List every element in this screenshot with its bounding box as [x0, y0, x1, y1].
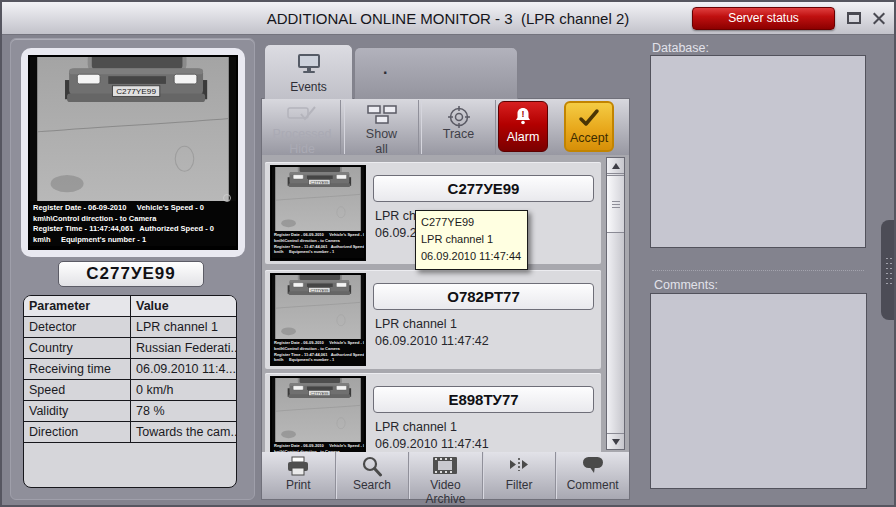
title-bar: ADDITIONAL ONLINE MONITOR - 3 (LPR chann… — [2, 2, 894, 35]
event-thumbnail[interactable]: Register Date - 06-09-2010 Vehicle's Spe… — [270, 376, 366, 452]
table-row: Detector LPR channel 1 — [24, 317, 236, 338]
event-plate: E898ТУ77 — [373, 386, 594, 413]
photo-corner-icon[interactable] — [223, 194, 231, 202]
trace-crosshair-icon — [422, 105, 495, 127]
thumbnail-overlay-text: Register Date - 06-09-2010 Vehicle's Spe… — [272, 339, 364, 366]
scroll-up-button[interactable] — [607, 158, 624, 174]
recognized-plate-display: C277УЕ99 — [58, 261, 204, 287]
event-channel: LPR channel 1 — [375, 420, 457, 434]
processed-hide-button[interactable]: Processed Hide — [264, 100, 341, 154]
server-status-button[interactable]: Server status — [692, 7, 835, 30]
scroll-down-button[interactable] — [607, 433, 624, 449]
arrow-up-icon — [612, 163, 620, 169]
event-datetime: 06.09.2010 11:47:41 — [375, 437, 489, 451]
processed-plate-icon — [264, 105, 340, 127]
header-parameter: Parameter — [24, 296, 131, 316]
thumbnail-overlay-text: Register Date - 06-09-2010 Vehicle's Spe… — [272, 231, 364, 258]
filter-icon — [483, 456, 556, 477]
scrollbar-thumb[interactable] — [607, 175, 624, 233]
event-thumbnail-image — [272, 378, 364, 442]
accept-button[interactable]: Accept — [564, 101, 614, 152]
capture-photo[interactable]: Register Date - 06-09-2010 Vehicle's Spe… — [28, 55, 238, 250]
event-tooltip: C277YE99 LPR channel 1 06.09.2010 11:47:… — [415, 210, 528, 270]
event-thumbnail[interactable]: Register Date - 06-09-2010 Vehicle's Spe… — [270, 165, 366, 261]
alarm-label: Alarm — [499, 130, 547, 144]
server-status-label: Server status — [728, 11, 799, 25]
filter-button[interactable]: Filter — [482, 452, 556, 499]
comment-icon — [556, 456, 629, 477]
panel-separator — [652, 270, 864, 271]
events-list[interactable]: Register Date - 06-09-2010 Vehicle's Spe… — [262, 155, 605, 452]
database-listbox[interactable] — [650, 55, 866, 248]
accept-label: Accept — [566, 131, 612, 145]
panel-collapse-handle[interactable] — [881, 220, 896, 320]
comments-label: Comments: — [654, 278, 718, 292]
parameter-table: Parameter Value Detector LPR channel 1 C… — [23, 295, 237, 488]
capture-panel: Register Date - 06-09-2010 Vehicle's Spe… — [10, 38, 255, 500]
show-all-icon — [345, 105, 418, 127]
table-row: Country Russian Federati... — [24, 338, 236, 359]
search-icon — [336, 456, 409, 477]
event-row[interactable]: Register Date - 06-09-2010 Vehicle's Spe… — [265, 373, 601, 452]
alarm-bell-icon: ! — [499, 107, 547, 129]
events-scrollbar[interactable] — [606, 157, 625, 450]
tab-events[interactable]: Events — [264, 44, 353, 99]
tab-second[interactable]: . — [354, 47, 518, 99]
event-row[interactable]: Register Date - 06-09-2010 Vehicle's Spe… — [265, 270, 601, 369]
table-row: Speed 0 km/h — [24, 380, 236, 401]
tab-second-label: . — [383, 60, 387, 78]
search-button[interactable]: Search — [335, 452, 409, 499]
event-plate: O782PT77 — [373, 283, 594, 310]
maximize-icon[interactable] — [847, 12, 861, 24]
capture-image-card: Register Date - 06-09-2010 Vehicle's Spe… — [21, 48, 245, 257]
grip-dots-icon — [885, 256, 894, 284]
monitor-icon — [297, 53, 321, 73]
alarm-button[interactable]: ! Alarm — [498, 101, 548, 152]
database-label: Database: — [652, 41, 709, 55]
accept-check-icon — [566, 108, 612, 130]
events-toolbar: Processed Hide Show all — [262, 99, 629, 155]
close-icon[interactable] — [870, 10, 887, 27]
event-datetime: 06.09.2010 11:47:42 — [375, 334, 489, 348]
video-archive-icon — [409, 456, 482, 477]
arrow-down-icon — [612, 439, 620, 445]
event-thumbnail[interactable]: Register Date - 06-09-2010 Vehicle's Spe… — [270, 273, 366, 366]
app-window: ADDITIONAL ONLINE MONITOR - 3 (LPR chann… — [0, 0, 896, 507]
comments-textarea[interactable] — [650, 293, 867, 489]
tab-events-label: Events — [265, 80, 352, 94]
comment-button[interactable]: Comment — [555, 452, 629, 499]
print-button[interactable]: Print — [262, 452, 335, 499]
video-archive-button[interactable]: Video Archive — [408, 452, 482, 499]
table-row: Direction Towards the cam... — [24, 422, 236, 443]
table-header-row: Parameter Value — [24, 296, 236, 317]
photo-overlay-text: Register Date - 06-09-2010 Vehicle's Spe… — [30, 201, 236, 246]
vehicle-photo — [30, 57, 236, 201]
event-thumbnail-image — [272, 275, 364, 339]
thumbnail-overlay-text: Register Date - 06-09-2010 Vehicle's Spe… — [272, 442, 364, 452]
svg-text:!: ! — [522, 109, 525, 119]
bottom-toolbar: Print Search Vid — [262, 452, 629, 499]
event-thumbnail-image — [272, 167, 364, 231]
table-row: Validity 78 % — [24, 401, 236, 422]
header-value: Value — [131, 296, 236, 316]
event-plate: C277УЕ99 — [373, 175, 594, 202]
show-all-button[interactable]: Show all — [344, 100, 419, 154]
table-row: Receiving time 06.09.2010 11:4... — [24, 359, 236, 380]
trace-button[interactable]: Trace — [421, 100, 496, 154]
print-icon — [262, 456, 335, 477]
thumb-grip-icon — [612, 201, 620, 202]
event-channel: LPR channel 1 — [375, 317, 457, 331]
